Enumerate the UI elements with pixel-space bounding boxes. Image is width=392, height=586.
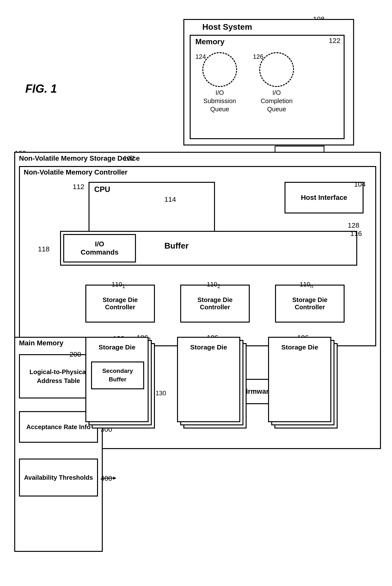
host-system-label: Host System bbox=[202, 22, 252, 32]
storage-die-2-label: Storage Die bbox=[178, 343, 239, 351]
ref-126: 126 bbox=[253, 53, 263, 60]
storage-die-3-label: Storage Die bbox=[269, 343, 330, 351]
io-submission-circle bbox=[202, 52, 237, 87]
ref-128: 128 bbox=[348, 221, 359, 230]
storage-die-controller-n: Storage DieController bbox=[275, 285, 345, 323]
ari-label: Acceptance Rate Info bbox=[26, 423, 90, 431]
ref-124: 124 bbox=[195, 53, 206, 60]
host-interface-label: Host Interface bbox=[301, 194, 347, 202]
svg-marker-20 bbox=[113, 477, 116, 480]
host-interface-box: Host Interface bbox=[285, 182, 364, 213]
memory-label: Memory bbox=[195, 37, 224, 46]
storage-die-group-2: Storage Die bbox=[177, 337, 250, 435]
storage-die-group-1: Storage Die SecondaryBuffer bbox=[85, 337, 158, 435]
io-completion-label: I/OCompletionQueue bbox=[260, 89, 292, 113]
ref-110-n: 110n bbox=[300, 281, 313, 290]
io-completion-circle bbox=[259, 52, 294, 87]
ref-130: 130 bbox=[156, 390, 166, 397]
nvme-device-label: Non-Volatile Memory Storage Device bbox=[19, 154, 140, 163]
nvm-controller-label: Non-Volatile Memory Controller bbox=[24, 168, 127, 176]
io-submission-label: I/OSubmissionQueue bbox=[203, 89, 236, 113]
availability-thresholds-label: Availability Thresholds bbox=[24, 473, 93, 482]
io-completion-group: I/OCompletionQueue bbox=[259, 52, 294, 113]
ref-104: 104 bbox=[354, 180, 366, 188]
ref-200: 200 bbox=[70, 350, 81, 359]
ref-118: 118 bbox=[38, 245, 50, 253]
io-commands-label: I/OCommands bbox=[81, 240, 119, 256]
figure-label: FIG. 1 bbox=[25, 82, 57, 96]
storage-die-controller-2: Storage DieController bbox=[180, 285, 250, 323]
io-submission-group: I/OSubmissionQueue bbox=[202, 52, 237, 113]
secondary-buffer-label: SecondaryBuffer bbox=[102, 367, 133, 384]
availability-thresholds-box: Availability Thresholds bbox=[19, 459, 98, 497]
secondary-buffer-box: SecondaryBuffer bbox=[91, 361, 144, 389]
storage-die-controller-1: Storage DieController bbox=[85, 285, 155, 323]
ref-400: 400 bbox=[101, 474, 112, 483]
ref-122: 122 bbox=[329, 37, 340, 45]
buffer-label: Buffer bbox=[164, 241, 189, 251]
diagram: FIG. 1 108 Host System Memory 122 I/OSub… bbox=[0, 0, 392, 586]
ref-110-2: 1102 bbox=[207, 281, 220, 290]
io-commands-box: I/OCommands bbox=[63, 234, 136, 262]
ref-114: 114 bbox=[164, 195, 176, 204]
ref-116: 116 bbox=[350, 230, 362, 238]
cpu-label: CPU bbox=[94, 185, 110, 194]
storage-die-1-label: Storage Die bbox=[86, 343, 148, 351]
ref-102: 102 bbox=[123, 154, 135, 163]
ref-112: 112 bbox=[73, 183, 84, 191]
main-memory-label: Main Memory bbox=[19, 339, 64, 347]
storage-die-group-3: Storage Die bbox=[268, 337, 341, 435]
ref-110-1: 1101 bbox=[112, 281, 125, 290]
